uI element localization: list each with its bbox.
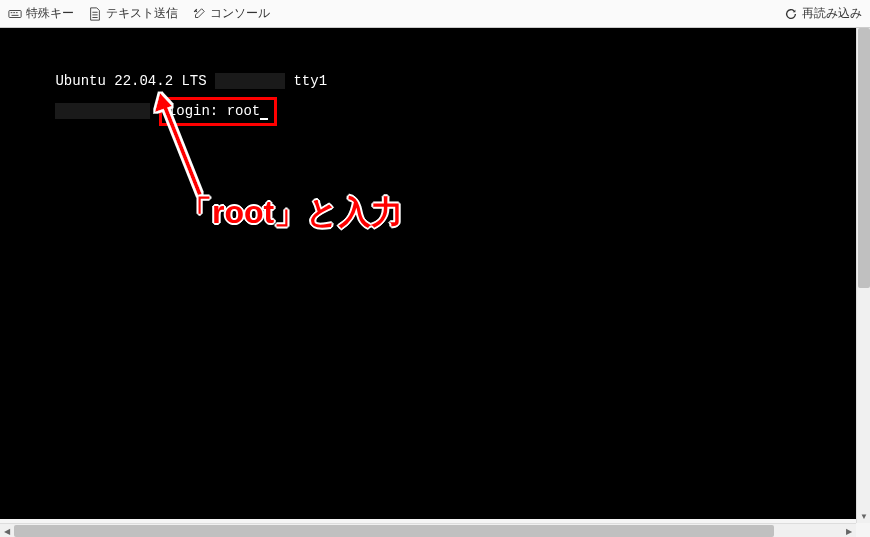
- vertical-scrollbar[interactable]: ▼: [856, 28, 870, 523]
- terminal-line-login: login: root: [5, 76, 277, 147]
- toolbar: 特殊キー テキスト送信 コンソール: [0, 0, 870, 28]
- horizontal-scrollbar[interactable]: ◀ ▶: [0, 523, 856, 537]
- reload-icon: [784, 7, 798, 21]
- text-send-label: テキスト送信: [106, 5, 178, 22]
- svg-rect-3: [16, 12, 18, 13]
- console-button[interactable]: コンソール: [192, 5, 270, 22]
- tools-icon: [192, 7, 206, 21]
- login-prompt-text: login: root: [168, 103, 260, 119]
- toolbar-left-group: 特殊キー テキスト送信 コンソール: [8, 5, 270, 22]
- svg-rect-4: [12, 14, 19, 15]
- vertical-scrollbar-thumb[interactable]: [858, 28, 870, 288]
- toolbar-right-group: 再読み込み: [784, 5, 862, 22]
- svg-rect-1: [11, 12, 13, 13]
- special-keys-button[interactable]: 特殊キー: [8, 5, 74, 22]
- document-icon: [88, 7, 102, 21]
- console-container: Ubuntu 22.04.2 LTS tty1 login: root: [0, 28, 870, 523]
- reload-button[interactable]: 再読み込み: [784, 5, 862, 22]
- svg-rect-2: [13, 12, 15, 13]
- redacted-hostname-2: [55, 103, 150, 119]
- scroll-left-arrow-icon[interactable]: ◀: [0, 524, 14, 537]
- tty-text: tty1: [285, 73, 327, 89]
- special-keys-label: 特殊キー: [26, 5, 74, 22]
- text-send-button[interactable]: テキスト送信: [88, 5, 178, 22]
- terminal[interactable]: Ubuntu 22.04.2 LTS tty1 login: root: [0, 28, 870, 519]
- svg-rect-0: [9, 10, 21, 17]
- horizontal-scrollbar-thumb[interactable]: [14, 525, 774, 537]
- cursor-icon: [260, 118, 268, 120]
- scroll-down-arrow-icon[interactable]: ▼: [857, 509, 870, 523]
- reload-label: 再読み込み: [802, 5, 862, 22]
- console-label: コンソール: [210, 5, 270, 22]
- scroll-right-arrow-icon[interactable]: ▶: [842, 524, 856, 537]
- keyboard-icon: [8, 7, 22, 21]
- annotation-text: 「root」と入力: [180, 188, 403, 236]
- login-highlight-box: login: root: [159, 97, 277, 126]
